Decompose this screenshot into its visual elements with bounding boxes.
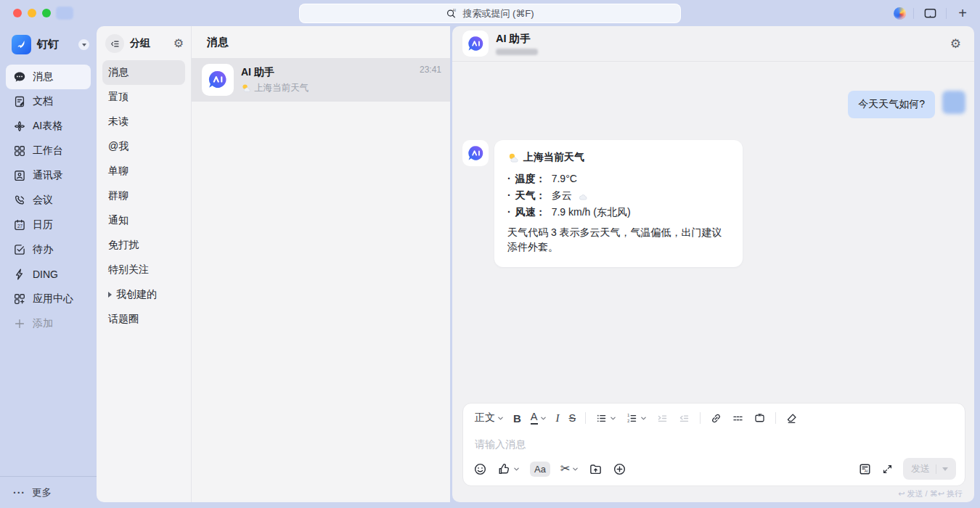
minimize-window-button[interactable] [28, 9, 36, 17]
bullet-list-dropdown[interactable] [595, 412, 616, 425]
chat-settings-button[interactable]: ⚙ [950, 38, 961, 50]
group-item-at-me[interactable]: @我 [102, 134, 185, 159]
chevron-down-icon [513, 466, 520, 472]
group-item-unread[interactable]: 未读 [102, 110, 185, 134]
dingtalk-logo [12, 35, 31, 54]
divider [913, 8, 914, 19]
weather-card-title: 上海当前天气 [523, 151, 584, 164]
bullet-list-icon [595, 412, 608, 425]
global-search-input[interactable]: AI 搜索或提问 (⌘F) [299, 4, 681, 23]
conversation-title: AI 助手 [241, 66, 412, 79]
conversation-preview: 上海当前天气 [241, 82, 412, 94]
more-label: 更多 [32, 486, 52, 499]
paragraph-style-dropdown[interactable]: 正文 [475, 411, 504, 425]
numbered-list-icon: 1 2 [626, 412, 638, 425]
ai-rewrite-button[interactable]: AI [858, 462, 872, 476]
group-item-topic-circle[interactable]: 话题圈 [102, 307, 185, 332]
sidebar-item-ding[interactable]: DING [6, 262, 91, 287]
code-block-button[interactable] [754, 412, 766, 425]
window-controls [13, 9, 51, 17]
font-color-dropdown[interactable]: A [531, 411, 547, 425]
sidebar-item-ai-table[interactable]: AI表格 [6, 114, 91, 139]
close-window-button[interactable] [13, 9, 22, 17]
clear-format-button[interactable] [785, 412, 798, 425]
sidebar-item-label: 应用中心 [33, 292, 73, 306]
plus-icon [13, 317, 26, 330]
font-size-button[interactable]: Aa [530, 462, 550, 477]
chevron-down-icon [572, 466, 579, 472]
sidebar-item-calendar[interactable]: 27 日历 [6, 213, 91, 237]
redacted-subtitle [496, 49, 538, 55]
maximize-window-button[interactable] [42, 9, 51, 17]
todo-check-icon [13, 243, 26, 256]
ai-assistant-avatar[interactable] [462, 30, 489, 57]
insert-divider-button[interactable] [732, 412, 744, 425]
reaction-dropdown[interactable] [497, 462, 520, 476]
user-message-bubble[interactable]: 今天天气如何? [848, 91, 935, 118]
screen-share-button[interactable] [921, 4, 939, 22]
groups-settings-button[interactable]: ⚙ [173, 38, 184, 49]
emoji-button[interactable] [473, 462, 487, 476]
group-item-created-by-me[interactable]: 我创建的 [102, 282, 185, 307]
collapse-panel-button[interactable] [105, 34, 124, 53]
sidebar-item-messages[interactable]: 消息 [6, 65, 91, 89]
ai-assistant-orb-button[interactable] [894, 7, 906, 20]
screenshot-dropdown[interactable]: ✂ [560, 463, 579, 475]
send-button[interactable]: 发送 [903, 458, 956, 480]
chevron-down-icon [82, 44, 86, 46]
ai-search-icon: AI [446, 8, 457, 20]
group-item-pinned[interactable]: 置顶 [102, 85, 185, 110]
sidebar-item-label: 通讯录 [33, 169, 63, 182]
sidebar-item-todo[interactable]: 待办 [6, 237, 91, 262]
divider [585, 412, 586, 424]
ai-assistant-avatar[interactable] [462, 140, 489, 166]
conversation-list-column: 消息 AI 助手 上海当前天气 23:41 [191, 26, 450, 502]
file-upload-button[interactable] [589, 462, 603, 476]
sidebar-item-meeting[interactable]: 会议 [6, 188, 91, 213]
weather-wind-row: 风速：7.9 km/h (东北风) [507, 204, 728, 221]
sidebar-item-label: 消息 [33, 70, 53, 83]
group-item-special-focus[interactable]: 特别关注 [102, 258, 185, 282]
chevron-down-icon [640, 415, 647, 422]
more-attachments-button[interactable] [613, 462, 626, 476]
workbench-icon [13, 144, 26, 157]
group-item-notifications[interactable]: 通知 [102, 208, 185, 233]
chevron-right-icon [108, 292, 112, 298]
bold-button[interactable]: B [513, 412, 521, 425]
workspace-switcher[interactable] [78, 39, 89, 50]
brand-row[interactable]: 钉钉 [0, 26, 97, 65]
sidebar-item-workbench[interactable]: 工作台 [6, 139, 91, 163]
expand-composer-button[interactable] [881, 463, 894, 475]
blurred-tab-badge [56, 7, 73, 20]
cloud-icon [577, 190, 588, 201]
strikethrough-button[interactable]: S [569, 412, 576, 424]
weather-condition-row: 天气：多云 [507, 187, 728, 204]
indent-increase-button[interactable] [656, 412, 669, 425]
chat-title: AI 助手 [496, 32, 538, 46]
group-item-group-chat[interactable]: 群聊 [102, 184, 185, 208]
new-window-button[interactable]: + [954, 4, 971, 22]
sidebar-item-docs[interactable]: 文档 [6, 89, 91, 114]
send-options-chevron-icon [942, 467, 948, 471]
insert-link-button[interactable] [710, 412, 722, 425]
sidebar-more-button[interactable]: ··· 更多 [0, 476, 97, 508]
sidebar-item-app-center[interactable]: 应用中心 [6, 287, 91, 311]
sidebar-item-label: 文档 [33, 95, 53, 108]
group-item-single-chat[interactable]: 单聊 [102, 159, 185, 184]
italic-button[interactable]: I [556, 412, 560, 425]
ai-document-icon: AI [858, 462, 872, 476]
indent-decrease-button[interactable] [678, 412, 690, 425]
lightning-icon [13, 268, 26, 281]
group-item-messages[interactable]: 消息 [102, 60, 185, 85]
sidebar-item-contacts[interactable]: 通讯录 [6, 163, 91, 188]
sidebar-item-add[interactable]: 添加 [6, 311, 91, 336]
message-input[interactable]: 请输入消息 [463, 433, 965, 452]
conversation-item-ai-assistant[interactable]: AI 助手 上海当前天气 23:41 [192, 58, 450, 102]
weather-card: 上海当前天气 温度：7.9°C 天气：多云 风速：7.9 km/h (东北风) … [494, 140, 743, 267]
collapse-sidebar-icon [110, 38, 121, 49]
numbered-list-dropdown[interactable]: 1 2 [626, 412, 647, 425]
titlebar: AI 搜索或提问 (⌘F) + [0, 0, 980, 26]
divider [946, 8, 947, 19]
group-item-muted[interactable]: 免打扰 [102, 233, 185, 258]
svg-text:2: 2 [627, 419, 629, 423]
